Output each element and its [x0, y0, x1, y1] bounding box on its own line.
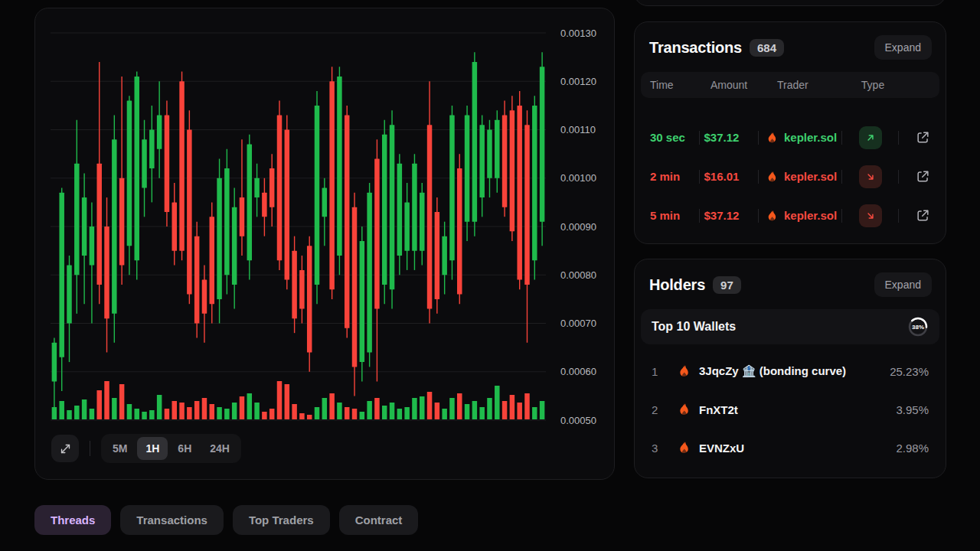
- arrow-down-right-icon: [865, 171, 876, 182]
- volume-bar: [360, 412, 365, 419]
- candle-body: [224, 168, 230, 275]
- chart-expand-button[interactable]: [51, 435, 79, 462]
- column-separator: [699, 209, 700, 223]
- volume-bar: [165, 409, 170, 419]
- candle-body: [307, 246, 312, 352]
- transaction-trader[interactable]: kepler.sol: [763, 169, 837, 184]
- controls-divider: [90, 441, 90, 456]
- trader-name: kepler.sol: [784, 170, 837, 183]
- transaction-link-button[interactable]: [916, 130, 930, 145]
- volume-bar: [412, 398, 417, 419]
- column-separator: [898, 170, 899, 184]
- column-separator: [699, 131, 700, 145]
- candle-body: [194, 236, 200, 324]
- transaction-amount: $37.12: [704, 131, 754, 144]
- volume-bar: [90, 409, 95, 419]
- volume-bar: [292, 404, 297, 419]
- wallet-row[interactable]: 3 EVNZxU 2.98%: [641, 429, 939, 467]
- wallet-rank: 1: [652, 365, 667, 378]
- transaction-row: 30 sec $37.12 kepler.sol: [641, 118, 939, 157]
- tab-transactions[interactable]: Transactions: [120, 505, 224, 535]
- volume-bar: [442, 409, 447, 419]
- arrow-down-right-icon: [865, 210, 876, 221]
- wallet-percentage: 3.95%: [896, 403, 929, 416]
- holders-title: Holders: [649, 276, 705, 294]
- candle-body: [157, 116, 162, 149]
- candlestick-chart[interactable]: 0.001300.001200.001100.001000.000900.000…: [35, 8, 615, 480]
- volume-bar: [495, 386, 500, 419]
- timeframe-button-1h[interactable]: 1H: [137, 437, 168, 460]
- candle-body: [292, 251, 297, 319]
- volume-bar: [112, 398, 117, 419]
- column-separator: [841, 209, 842, 223]
- candle-body: [299, 270, 305, 309]
- candle-body: [449, 116, 455, 261]
- transactions-table-header: Time Amount Trader Type: [641, 72, 939, 98]
- transaction-link-button[interactable]: [916, 208, 930, 223]
- y-axis-label: 0.00080: [560, 269, 596, 281]
- wallet-name: 3JqcZy 🏦 (bonding curve): [699, 364, 882, 378]
- volume-bar: [240, 396, 245, 419]
- volume-bar: [194, 401, 200, 419]
- transaction-row: 5 min $37.12 kepler.sol: [641, 196, 939, 235]
- candle-body: [247, 144, 253, 260]
- candle-body: [540, 67, 545, 221]
- column-separator: [758, 170, 759, 184]
- candle-body: [165, 116, 170, 213]
- tab-contract[interactable]: Contract: [339, 505, 419, 535]
- timeframe-button-24h[interactable]: 24H: [201, 437, 238, 460]
- top10-wallets-label: Top 10 Wallets: [652, 320, 736, 334]
- arrow-up-right-icon: [865, 132, 876, 143]
- transactions-expand-button[interactable]: Expand: [874, 35, 932, 60]
- candle-body: [270, 168, 275, 207]
- transaction-row-partial: [641, 235, 939, 244]
- candle-body: [202, 280, 207, 314]
- volume-bar: [322, 398, 328, 419]
- wallet-row[interactable]: 1 3JqcZy 🏦 (bonding curve) 25.23%: [641, 352, 939, 390]
- candle-body: [329, 81, 335, 289]
- candle-body: [179, 81, 185, 250]
- top10-progress-ring: 38%: [907, 316, 929, 337]
- volume-bar: [472, 401, 478, 419]
- volume-bar: [315, 407, 320, 419]
- volume-bar: [345, 407, 350, 419]
- candle-body: [142, 139, 147, 187]
- flame-icon: [763, 169, 779, 184]
- column-separator: [758, 131, 759, 145]
- candle-body: [510, 110, 515, 231]
- type-badge: [851, 243, 874, 245]
- candle-body: [82, 197, 87, 256]
- column-header-time: Time: [650, 79, 701, 91]
- candle-body: [337, 77, 342, 256]
- candle-body: [487, 130, 492, 178]
- wallet-percentage: 2.98%: [896, 442, 929, 455]
- flame-icon: [675, 363, 691, 380]
- candle-body: [524, 125, 530, 285]
- volume-bar: [524, 393, 530, 419]
- y-axis-label: 0.00110: [560, 124, 596, 135]
- candle-body: [412, 164, 417, 251]
- candle-body: [104, 227, 109, 318]
- flame-icon: [763, 130, 779, 145]
- external-link-icon: [916, 169, 930, 184]
- candle-body: [472, 62, 478, 222]
- holders-expand-button[interactable]: Expand: [874, 272, 932, 297]
- transaction-trader[interactable]: kepler.sol: [763, 208, 837, 223]
- timeframe-button-5m[interactable]: 5M: [104, 437, 136, 460]
- volume-bar: [59, 401, 64, 419]
- column-separator: [699, 170, 700, 184]
- transaction-link-button[interactable]: [916, 169, 930, 184]
- column-header-trader: Trader: [777, 79, 846, 91]
- tab-top-traders[interactable]: Top Traders: [233, 505, 330, 535]
- candle-body: [112, 139, 117, 314]
- candle-body: [360, 241, 365, 362]
- transaction-trader[interactable]: kepler.sol: [763, 130, 837, 145]
- tab-threads[interactable]: Threads: [34, 505, 111, 535]
- timeframe-button-6h[interactable]: 6H: [169, 437, 200, 460]
- candle-body: [532, 106, 537, 260]
- candle-body: [277, 116, 283, 261]
- top10-wallets-row[interactable]: Top 10 Wallets 38%: [641, 309, 939, 344]
- candle-body: [315, 106, 320, 285]
- candle-body: [285, 130, 290, 280]
- wallet-row[interactable]: 2 FnXT2t 3.95%: [641, 390, 939, 429]
